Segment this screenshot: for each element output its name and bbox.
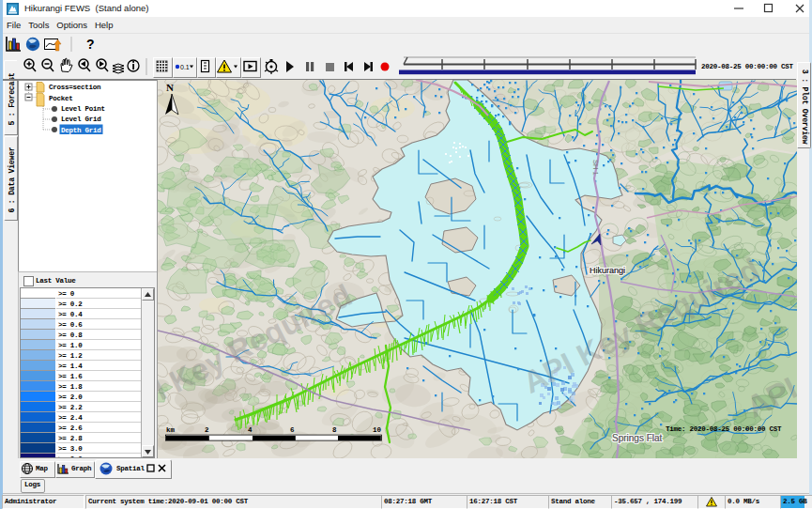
- svg-text:Time: 2020-08-25 00:00:00 CST: Time: 2020-08-25 00:00:00 CST: [666, 425, 782, 433]
- svg-text:4: 4: [248, 426, 253, 434]
- svg-text:Springs Flat: Springs Flat: [612, 433, 663, 443]
- svg-text:8: 8: [332, 426, 337, 434]
- svg-text:Hikurangi: Hikurangi: [590, 266, 625, 275]
- svg-text:?: ?: [86, 37, 95, 52]
- svg-text:10: 10: [373, 426, 382, 434]
- svg-text:km: km: [166, 426, 176, 434]
- svg-text:N: N: [166, 82, 174, 93]
- svg-text:SH 1: SH 1: [591, 160, 600, 176]
- svg-text:6: 6: [290, 426, 295, 434]
- svg-text:0.1: 0.1: [180, 64, 190, 70]
- svg-text:2: 2: [205, 426, 209, 434]
